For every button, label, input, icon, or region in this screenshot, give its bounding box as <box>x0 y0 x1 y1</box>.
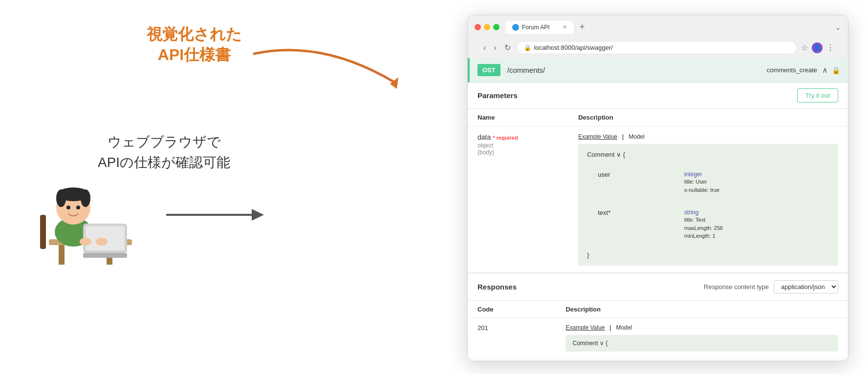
response-row-201: 201 Example Value | Model Comment ∨ { <box>468 318 848 357</box>
new-tab-button[interactable]: + <box>576 20 589 34</box>
method-badge: OST <box>477 64 500 76</box>
param-location: (body) <box>477 149 559 156</box>
field-type-user: integer <box>684 171 819 178</box>
address-actions: ☆ 👤 ⋮ <box>801 42 834 53</box>
profile-button[interactable]: 👤 <box>812 42 823 53</box>
operation-id: comments_create <box>767 66 817 74</box>
svg-rect-4 <box>40 215 46 249</box>
forward-button[interactable]: › <box>492 42 498 53</box>
middle-line2: APIの仕様が確認可能 <box>98 155 230 170</box>
response-desc-201: Example Value | Model Comment ∨ { <box>556 318 848 357</box>
field-name-user: user <box>588 164 673 201</box>
field-desc-user: integer title: Userx-nullable: true <box>674 164 828 201</box>
param-name-cell: data* required object (body) <box>468 126 568 273</box>
svg-rect-14 <box>86 226 125 250</box>
responses-title: Responses <box>477 283 517 291</box>
resp-example-value-tab[interactable]: Example Value <box>565 324 605 331</box>
responses-table: Code Description 201 Example Value <box>468 301 848 358</box>
param-row: data* required object (body) Example Val… <box>468 126 848 273</box>
svg-marker-19 <box>252 209 264 221</box>
left-section: 視覚化された API仕様書 <box>20 15 362 359</box>
menu-button[interactable]: ⋮ <box>826 43 834 52</box>
tab-bar: 🌐 Forum API ✕ + ⌄ <box>505 20 841 34</box>
lock-icon[interactable]: 🔒 <box>832 66 840 74</box>
model-field-row-text: text* string title: TextmaxLength: 256mi… <box>588 202 828 248</box>
svg-point-11 <box>66 206 70 209</box>
reload-button[interactable]: ↻ <box>502 42 513 53</box>
back-button[interactable]: ‹ <box>481 42 488 53</box>
comment-preview: Comment ∨ { <box>565 335 838 352</box>
svg-point-9 <box>56 189 66 207</box>
field-desc-text: string title: TextmaxLength: 256minLengt… <box>674 202 828 248</box>
url-text: localhost:8000/api/swagger/ <box>534 44 613 51</box>
browser-titlebar: 🌐 Forum API ✕ + ⌄ <box>475 20 841 34</box>
right-arrow-svg <box>166 203 264 227</box>
description-header: Description <box>568 109 848 126</box>
tab-title: Forum API <box>522 24 550 31</box>
field-type-text: string <box>684 209 819 216</box>
model-tab[interactable]: Model <box>629 133 645 140</box>
resp-description-header: Description <box>556 301 848 318</box>
try-it-out-button[interactable]: Try it out <box>797 88 838 103</box>
model-field-row-user: user integer title: Userx-nullable: true <box>588 164 828 201</box>
required-badge: * required <box>493 135 518 141</box>
top-line1: 視覚化された <box>147 25 242 43</box>
model-collapse-icon[interactable]: ∨ <box>616 151 621 158</box>
main-container: 視覚化された API仕様書 <box>0 0 868 374</box>
tab-chevron-icon: ⌄ <box>835 23 841 31</box>
close-button[interactable] <box>475 24 481 30</box>
endpoint-controls: ∧ 🔒 <box>822 65 840 75</box>
curved-arrow-svg <box>225 44 420 103</box>
field-meta-text: title: TextmaxLength: 256minLength: 1 <box>684 216 819 240</box>
svg-point-16 <box>80 238 91 246</box>
example-value-tabs: Example Value | Model <box>578 133 838 140</box>
model-closing-brace: } <box>587 251 829 259</box>
param-name: data* required <box>477 133 559 141</box>
svg-point-10 <box>81 189 90 207</box>
svg-point-12 <box>76 206 80 209</box>
endpoint-path: /comments/ <box>507 66 545 74</box>
model-fields-table: user integer title: Userx-nullable: true <box>587 163 829 249</box>
svg-rect-15 <box>83 253 127 258</box>
params-title: Parameters <box>477 91 518 100</box>
name-header: Name <box>468 109 568 126</box>
minimize-button[interactable] <box>484 24 490 30</box>
content-type-label: Response content type <box>704 283 769 291</box>
resp-model-tab[interactable]: Model <box>616 324 632 331</box>
content-type-select[interactable]: application/json <box>774 280 838 293</box>
params-table: Name Description data* required obj <box>468 109 848 273</box>
param-type: object <box>477 142 559 149</box>
resp-tab-separator: | <box>609 324 611 331</box>
collapse-button[interactable]: ∧ <box>822 65 828 75</box>
traffic-lights <box>475 24 499 30</box>
browser-addressbar: ‹ › ↻ 🔒 localhost:8000/api/swagger/ ☆ 👤 … <box>475 38 841 58</box>
responses-header: Responses Response content type applicat… <box>468 273 848 301</box>
endpoint-bar[interactable]: OST /comments/ comments_create ∧ 🔒 <box>468 58 848 83</box>
lock-icon: 🔒 <box>524 44 531 51</box>
code-header: Code <box>468 301 556 318</box>
svg-rect-2 <box>59 245 65 265</box>
right-section: 🌐 Forum API ✕ + ⌄ ‹ › ↻ 🔒 <box>362 15 848 361</box>
params-header: Parameters Try it out <box>468 83 848 109</box>
resp-example-tabs: Example Value | Model <box>565 324 838 331</box>
tab-favicon-icon: 🌐 <box>512 24 519 31</box>
response-code-201: 201 <box>468 318 556 357</box>
example-value-tab[interactable]: Example Value <box>578 133 617 140</box>
tab-separator: | <box>622 133 624 140</box>
field-name-text: text* <box>588 202 673 248</box>
field-meta-user: title: Userx-nullable: true <box>684 178 819 194</box>
param-desc-cell: Example Value | Model Comment ∨ <box>568 126 848 273</box>
browser-window: 🌐 Forum API ✕ + ⌄ ‹ › ↻ 🔒 <box>467 15 848 361</box>
tab-close-icon[interactable]: ✕ <box>563 24 567 30</box>
maximize-button[interactable] <box>493 24 499 30</box>
active-tab[interactable]: 🌐 Forum API ✕ <box>505 21 574 34</box>
svg-point-17 <box>96 238 108 246</box>
middle-line1: ウェブブラウザで <box>108 134 221 149</box>
content-type-wrapper: Response content type application/json <box>704 280 838 293</box>
address-bar[interactable]: 🔒 localhost:8000/api/swagger/ <box>517 41 797 54</box>
bookmark-button[interactable]: ☆ <box>801 43 808 52</box>
model-title: Comment ∨ { <box>587 151 829 158</box>
top-line2: API仕様書 <box>158 46 231 63</box>
browser-content: OST /comments/ comments_create ∧ 🔒 Param… <box>468 58 848 361</box>
swagger-container: OST /comments/ comments_create ∧ 🔒 Param… <box>468 58 848 361</box>
